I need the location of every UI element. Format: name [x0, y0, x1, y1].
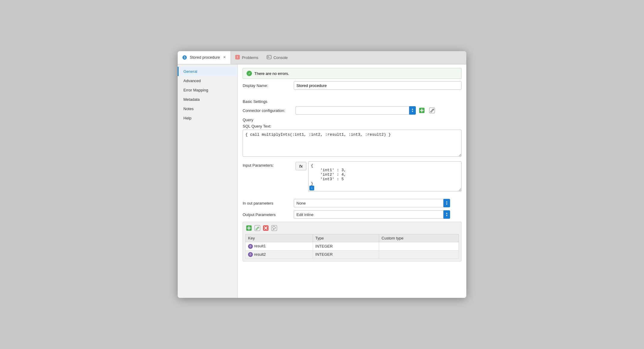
- row-custom-type-cell: [379, 250, 459, 259]
- stored-procedure-tab-icon: S: [182, 55, 187, 60]
- basic-settings-header: Basic Settings: [238, 96, 466, 106]
- col-key: Key: [246, 234, 313, 242]
- fx-label: fx: [299, 164, 303, 168]
- output-edit-button[interactable]: [254, 224, 261, 232]
- display-name-section: Display Name:: [238, 81, 466, 96]
- output-params-wrap: Edit inline ▲ ▼: [294, 210, 450, 219]
- svg-text:!: !: [237, 56, 238, 59]
- row-key-cell: ©result2: [246, 250, 313, 259]
- row-icon: ©: [248, 244, 253, 249]
- in-out-params-wrap: None ▲ ▼: [294, 199, 450, 207]
- table-row[interactable]: ©result2INTEGER: [246, 250, 459, 259]
- connector-edit-button[interactable]: [428, 106, 436, 115]
- svg-rect-15: [255, 225, 260, 231]
- svg-text:S: S: [184, 56, 186, 59]
- svg-rect-10: [429, 108, 435, 113]
- status-bar: ✓ There are no errors.: [243, 68, 462, 79]
- sidebar-item-advanced[interactable]: Advanced: [178, 76, 238, 85]
- status-text: There are no errors.: [254, 71, 289, 76]
- sidebar-advanced-label: Advanced: [183, 79, 201, 83]
- params-textarea-wrap: i: [308, 161, 462, 192]
- output-table-section: Key Type Custom type ©result1INTEGER©res…: [243, 222, 462, 261]
- output-toolbar: [245, 224, 459, 232]
- tab-console[interactable]: Console: [262, 51, 292, 64]
- in-out-down-icon: ▼: [446, 203, 448, 205]
- connector-add-button[interactable]: [418, 106, 426, 115]
- output-params-arrows[interactable]: ▲ ▼: [443, 210, 450, 219]
- col-custom-type: Custom type: [379, 234, 459, 242]
- row-key-cell: ©result1: [246, 242, 313, 251]
- connector-config-row: Connector configuration: ▲ ▼: [238, 106, 466, 118]
- row-custom-type-cell: [379, 242, 459, 251]
- params-badge: i: [309, 186, 314, 190]
- output-down-icon: ▼: [446, 215, 448, 217]
- output-params-label: Output Parameters: [243, 212, 294, 217]
- row-icon: ©: [248, 252, 253, 257]
- col-type: Type: [313, 234, 379, 242]
- input-params-label: Input Parameters:: [243, 161, 294, 168]
- in-out-params-row: In out parameters None ▲ ▼: [238, 199, 466, 207]
- tab-bar: S Stored procedure ✕ ! Problems: [178, 51, 466, 64]
- row-type-cell: INTEGER: [313, 242, 379, 251]
- output-tools-button[interactable]: [271, 224, 278, 232]
- console-tab-icon: [267, 55, 271, 60]
- in-out-params-label: In out parameters: [243, 201, 294, 205]
- connector-select-arrows[interactable]: ▲ ▼: [409, 106, 416, 115]
- connector-select[interactable]: [296, 106, 409, 115]
- output-params-row: Output Parameters Edit inline ▲ ▼: [238, 210, 466, 219]
- output-table-header: Key Type Custom type: [246, 234, 459, 242]
- content-panel: ✓ There are no errors. Display Name: Bas…: [238, 64, 466, 298]
- display-name-row: Display Name:: [243, 81, 462, 90]
- sidebar-metadata-label: Metadata: [183, 97, 200, 102]
- in-out-params-arrows[interactable]: ▲ ▼: [443, 199, 450, 207]
- svg-line-21: [273, 229, 274, 230]
- connector-config-label: Connector configuration:: [243, 108, 294, 113]
- tab-stored-procedure-label: Stored procedure: [190, 55, 220, 60]
- main-window: S Stored procedure ✕ ! Problems: [178, 51, 466, 298]
- svg-line-11: [433, 110, 433, 110]
- sidebar-item-error-mapping[interactable]: Error Mapping: [178, 85, 238, 95]
- query-header: Query: [243, 118, 462, 122]
- connector-select-wrap: ▲ ▼: [296, 106, 416, 115]
- sidebar-item-help[interactable]: Help: [178, 113, 238, 123]
- display-name-input[interactable]: [294, 81, 462, 90]
- tab-close-button[interactable]: ✕: [222, 55, 226, 60]
- input-params-row: Input Parameters: fx i: [243, 161, 462, 192]
- sidebar-general-label: General: [183, 69, 197, 74]
- sql-query-textarea[interactable]: [243, 130, 462, 157]
- svg-line-16: [258, 227, 258, 228]
- query-section: Query SQL Query Text:: [238, 118, 466, 161]
- svg-rect-4: [267, 55, 271, 59]
- tab-problems-label: Problems: [242, 55, 258, 60]
- in-out-params-select[interactable]: None: [294, 199, 443, 207]
- status-check-icon: ✓: [247, 71, 252, 76]
- sql-query-text-label: SQL Query Text:: [243, 124, 462, 128]
- sidebar-help-label: Help: [183, 116, 192, 120]
- display-name-label: Display Name:: [243, 83, 294, 88]
- tab-console-label: Console: [273, 55, 288, 60]
- problems-tab-icon: !: [235, 55, 240, 60]
- tab-stored-procedure[interactable]: S Stored procedure ✕: [178, 51, 231, 64]
- tab-problems[interactable]: ! Problems: [231, 51, 262, 64]
- input-params-textarea[interactable]: [308, 161, 462, 191]
- down-arrow-icon: ▼: [411, 110, 414, 113]
- sidebar-item-notes[interactable]: Notes: [178, 104, 238, 113]
- sidebar-item-metadata[interactable]: Metadata: [178, 95, 238, 104]
- table-row[interactable]: ©result1INTEGER: [246, 242, 459, 251]
- output-add-button[interactable]: [245, 224, 253, 232]
- sidebar: General Advanced Error Mapping Metadata …: [178, 64, 238, 298]
- sidebar-error-mapping-label: Error Mapping: [183, 88, 208, 92]
- row-type-cell: INTEGER: [313, 250, 379, 259]
- sidebar-item-general[interactable]: General: [178, 67, 238, 76]
- output-table-body: ©result1INTEGER©result2INTEGER: [246, 242, 459, 259]
- sidebar-notes-label: Notes: [183, 107, 194, 111]
- input-params-section: Input Parameters: fx i: [238, 161, 466, 199]
- output-delete-button[interactable]: [262, 224, 269, 232]
- fx-button[interactable]: fx: [296, 162, 306, 170]
- output-params-table: Key Type Custom type ©result1INTEGER©res…: [245, 234, 459, 259]
- main-area: General Advanced Error Mapping Metadata …: [178, 64, 466, 298]
- output-params-select[interactable]: Edit inline: [294, 210, 443, 219]
